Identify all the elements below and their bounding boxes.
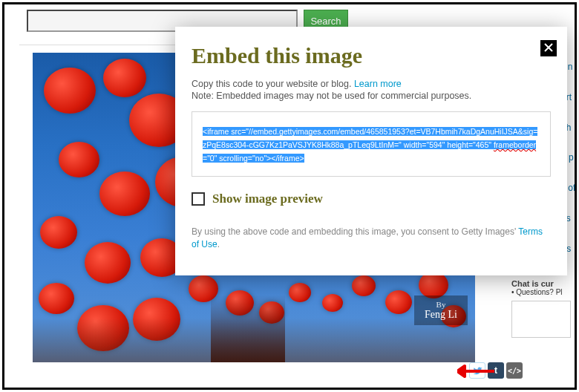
photo-credit: By Feng Li bbox=[414, 295, 468, 325]
preview-checkbox[interactable] bbox=[192, 192, 205, 206]
modal-copy-text: Copy this code to your website or blog. … bbox=[192, 79, 551, 89]
close-button[interactable] bbox=[540, 40, 557, 56]
consent-text: By using the above code and embedding th… bbox=[192, 226, 551, 251]
embed-button[interactable]: </> bbox=[506, 362, 523, 379]
chat-section: Chat is cur Questions? Pl bbox=[511, 279, 575, 338]
embed-code-box[interactable]: <iframe src="//embed.gettyimages.com/emb… bbox=[192, 111, 551, 177]
arrow-annotation bbox=[457, 364, 494, 382]
chat-box[interactable] bbox=[511, 301, 571, 338]
learn-more-link[interactable]: Learn more bbox=[354, 79, 402, 89]
embed-modal: Embed this image Copy this code to your … bbox=[175, 27, 567, 275]
chat-title: Chat is cur bbox=[511, 279, 575, 288]
chat-question: Questions? Pl bbox=[511, 288, 575, 296]
preview-label: Show image preview bbox=[212, 192, 323, 206]
modal-note: Note: Embedded images may not be used fo… bbox=[192, 91, 551, 101]
modal-title: Embed this image bbox=[192, 43, 551, 68]
